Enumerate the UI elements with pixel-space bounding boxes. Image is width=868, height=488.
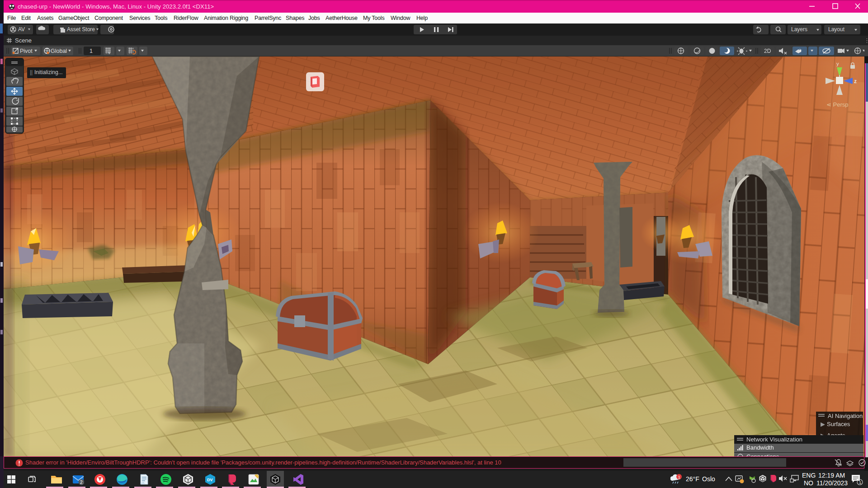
svg-text:1: 1 [859,480,861,485]
svg-text:2: 2 [80,480,83,485]
svg-text:Layers: Layers [791,26,807,33]
svg-text:2D: 2D [764,48,771,54]
svg-text:Y: Y [108,51,111,55]
svg-text:⋖ Persp: ⋖ Persp [826,101,848,108]
svg-text:1: 1 [678,475,680,479]
svg-text:Asset Store: Asset Store [67,26,95,33]
svg-text:z: z [854,78,857,84]
svg-text:y: y [836,61,839,66]
svg-text:Pivot: Pivot [20,48,33,54]
svg-text:Layout: Layout [828,26,845,33]
svg-text:AV: AV [18,26,25,33]
svg-text:DV: DV [207,478,213,482]
svg-text:Global: Global [51,48,67,54]
svg-text:1: 1 [90,48,93,54]
